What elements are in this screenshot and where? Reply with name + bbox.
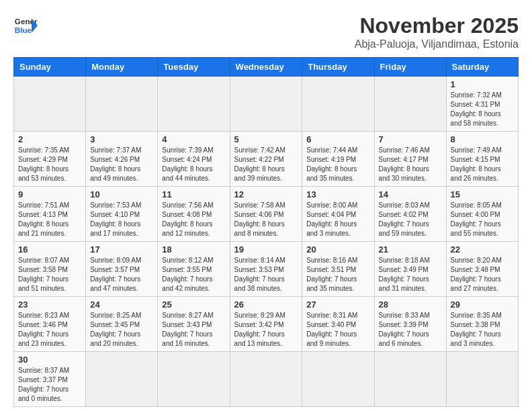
month-title: November 2025 xyxy=(355,13,519,38)
calendar-cell xyxy=(374,352,446,407)
day-info: Sunrise: 8:18 AM Sunset: 3:49 PM Dayligh… xyxy=(379,256,442,293)
calendar-cell: 28Sunrise: 8:33 AM Sunset: 3:39 PM Dayli… xyxy=(374,297,446,352)
day-number: 30 xyxy=(18,355,81,365)
calendar-table: SundayMondayTuesdayWednesdayThursdayFrid… xyxy=(13,57,519,407)
day-number: 10 xyxy=(90,189,153,199)
day-number: 21 xyxy=(379,244,442,255)
weekday-header: Tuesday xyxy=(158,58,230,77)
day-info: Sunrise: 8:29 AM Sunset: 3:42 PM Dayligh… xyxy=(234,311,298,349)
day-info: Sunrise: 7:51 AM Sunset: 4:13 PM Dayligh… xyxy=(18,201,81,238)
location-subtitle: Abja-Paluoja, Viljandimaa, Estonia xyxy=(355,38,519,50)
calendar-cell: 18Sunrise: 8:12 AM Sunset: 3:55 PM Dayli… xyxy=(158,242,230,297)
day-number: 5 xyxy=(234,134,298,144)
day-number: 7 xyxy=(379,134,442,144)
calendar-cell: 15Sunrise: 8:05 AM Sunset: 4:00 PM Dayli… xyxy=(446,187,518,242)
day-info: Sunrise: 8:33 AM Sunset: 3:39 PM Dayligh… xyxy=(379,311,442,349)
day-number: 23 xyxy=(18,300,81,310)
calendar-cell: 20Sunrise: 8:16 AM Sunset: 3:51 PM Dayli… xyxy=(302,242,374,297)
day-info: Sunrise: 7:32 AM Sunset: 4:31 PM Dayligh… xyxy=(451,91,514,128)
weekday-header: Friday xyxy=(374,58,446,77)
calendar-cell xyxy=(302,77,374,132)
calendar-cell xyxy=(230,77,302,132)
day-number: 18 xyxy=(162,244,225,255)
calendar-week-row: 2Sunrise: 7:35 AM Sunset: 4:29 PM Daylig… xyxy=(14,132,519,187)
day-number: 20 xyxy=(306,244,369,255)
title-section: November 2025 Abja-Paluoja, Viljandimaa,… xyxy=(355,13,519,50)
day-number: 9 xyxy=(18,189,81,199)
day-info: Sunrise: 7:56 AM Sunset: 4:08 PM Dayligh… xyxy=(162,201,225,238)
day-number: 14 xyxy=(379,189,442,199)
day-number: 15 xyxy=(451,189,514,199)
calendar-cell xyxy=(86,77,158,132)
day-number: 1 xyxy=(451,79,514,89)
day-number: 4 xyxy=(162,134,225,144)
calendar-cell: 16Sunrise: 8:07 AM Sunset: 3:58 PM Dayli… xyxy=(14,242,86,297)
calendar-cell: 25Sunrise: 8:27 AM Sunset: 3:43 PM Dayli… xyxy=(158,297,230,352)
day-info: Sunrise: 8:09 AM Sunset: 3:57 PM Dayligh… xyxy=(90,256,153,293)
day-number: 19 xyxy=(234,244,298,255)
calendar-cell: 4Sunrise: 7:39 AM Sunset: 4:24 PM Daylig… xyxy=(158,132,230,187)
calendar-cell xyxy=(446,352,518,407)
calendar-cell: 11Sunrise: 7:56 AM Sunset: 4:08 PM Dayli… xyxy=(158,187,230,242)
calendar-cell: 30Sunrise: 8:37 AM Sunset: 3:37 PM Dayli… xyxy=(14,352,86,407)
day-info: Sunrise: 7:53 AM Sunset: 4:10 PM Dayligh… xyxy=(90,201,153,238)
day-number: 26 xyxy=(234,300,298,310)
weekday-header: Saturday xyxy=(446,58,518,77)
day-info: Sunrise: 8:05 AM Sunset: 4:00 PM Dayligh… xyxy=(451,201,514,238)
calendar-cell: 21Sunrise: 8:18 AM Sunset: 3:49 PM Dayli… xyxy=(374,242,446,297)
calendar-cell xyxy=(230,352,302,407)
calendar-cell: 19Sunrise: 8:14 AM Sunset: 3:53 PM Dayli… xyxy=(230,242,302,297)
day-info: Sunrise: 7:35 AM Sunset: 4:29 PM Dayligh… xyxy=(18,146,81,183)
calendar-cell: 7Sunrise: 7:46 AM Sunset: 4:17 PM Daylig… xyxy=(374,132,446,187)
calendar-cell xyxy=(14,77,86,132)
calendar-cell: 1Sunrise: 7:32 AM Sunset: 4:31 PM Daylig… xyxy=(446,77,518,132)
calendar-cell: 10Sunrise: 7:53 AM Sunset: 4:10 PM Dayli… xyxy=(86,187,158,242)
day-number: 24 xyxy=(90,300,153,310)
logo: General Blue xyxy=(13,13,38,38)
calendar-header: SundayMondayTuesdayWednesdayThursdayFrid… xyxy=(14,58,519,77)
calendar-cell: 9Sunrise: 7:51 AM Sunset: 4:13 PM Daylig… xyxy=(14,187,86,242)
day-info: Sunrise: 7:58 AM Sunset: 4:06 PM Dayligh… xyxy=(234,201,298,238)
calendar-week-row: 16Sunrise: 8:07 AM Sunset: 3:58 PM Dayli… xyxy=(14,242,519,297)
day-number: 22 xyxy=(451,244,514,255)
calendar-week-row: 1Sunrise: 7:32 AM Sunset: 4:31 PM Daylig… xyxy=(14,77,519,132)
weekday-header: Sunday xyxy=(14,58,86,77)
calendar-cell: 17Sunrise: 8:09 AM Sunset: 3:57 PM Dayli… xyxy=(86,242,158,297)
day-info: Sunrise: 7:42 AM Sunset: 4:22 PM Dayligh… xyxy=(234,146,298,183)
calendar-cell: 2Sunrise: 7:35 AM Sunset: 4:29 PM Daylig… xyxy=(14,132,86,187)
calendar-body: 1Sunrise: 7:32 AM Sunset: 4:31 PM Daylig… xyxy=(14,77,519,407)
calendar-cell: 27Sunrise: 8:31 AM Sunset: 3:40 PM Dayli… xyxy=(302,297,374,352)
day-number: 25 xyxy=(162,300,225,310)
calendar-cell: 12Sunrise: 7:58 AM Sunset: 4:06 PM Dayli… xyxy=(230,187,302,242)
calendar-cell: 29Sunrise: 8:35 AM Sunset: 3:38 PM Dayli… xyxy=(446,297,518,352)
weekday-header: Thursday xyxy=(302,58,374,77)
calendar-cell xyxy=(374,77,446,132)
day-info: Sunrise: 8:00 AM Sunset: 4:04 PM Dayligh… xyxy=(306,201,369,238)
calendar-cell: 8Sunrise: 7:49 AM Sunset: 4:15 PM Daylig… xyxy=(446,132,518,187)
day-info: Sunrise: 8:12 AM Sunset: 3:55 PM Dayligh… xyxy=(162,256,225,293)
calendar-cell: 13Sunrise: 8:00 AM Sunset: 4:04 PM Dayli… xyxy=(302,187,374,242)
day-number: 13 xyxy=(306,189,369,199)
day-number: 3 xyxy=(90,134,153,144)
calendar-cell: 5Sunrise: 7:42 AM Sunset: 4:22 PM Daylig… xyxy=(230,132,302,187)
day-info: Sunrise: 7:49 AM Sunset: 4:15 PM Dayligh… xyxy=(451,146,514,183)
day-number: 28 xyxy=(379,300,442,310)
day-number: 12 xyxy=(234,189,298,199)
calendar-cell xyxy=(86,352,158,407)
calendar-cell: 6Sunrise: 7:44 AM Sunset: 4:19 PM Daylig… xyxy=(302,132,374,187)
calendar-cell: 23Sunrise: 8:23 AM Sunset: 3:46 PM Dayli… xyxy=(14,297,86,352)
day-info: Sunrise: 8:23 AM Sunset: 3:46 PM Dayligh… xyxy=(18,311,81,349)
page-header: General Blue November 2025 Abja-Paluoja,… xyxy=(13,13,519,50)
calendar-week-row: 30Sunrise: 8:37 AM Sunset: 3:37 PM Dayli… xyxy=(14,352,519,407)
calendar-cell: 3Sunrise: 7:37 AM Sunset: 4:26 PM Daylig… xyxy=(86,132,158,187)
svg-text:Blue: Blue xyxy=(15,26,32,34)
day-number: 8 xyxy=(451,134,514,144)
day-number: 29 xyxy=(451,300,514,310)
day-number: 6 xyxy=(306,134,369,144)
calendar-cell xyxy=(158,77,230,132)
day-number: 17 xyxy=(90,244,153,255)
weekday-row: SundayMondayTuesdayWednesdayThursdayFrid… xyxy=(14,58,519,77)
day-info: Sunrise: 8:27 AM Sunset: 3:43 PM Dayligh… xyxy=(162,311,225,349)
day-info: Sunrise: 8:14 AM Sunset: 3:53 PM Dayligh… xyxy=(234,256,298,293)
day-number: 27 xyxy=(306,300,369,310)
